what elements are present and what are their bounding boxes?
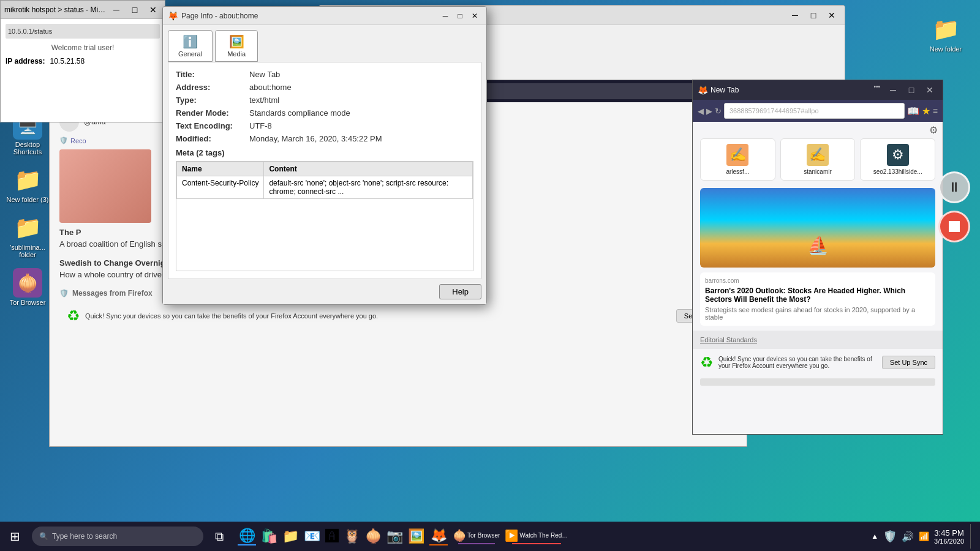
wordpad-window-controls: ─ □ ✕ [787, 9, 840, 22]
ff-shortcut-seo[interactable]: ⚙ seo2.133hillside... [860, 138, 935, 181]
tor-icon: 🧅 [365, 528, 382, 544]
system-clock[interactable]: 3:45 PM 3/16/2020 [934, 528, 964, 545]
ff-sync-bar: ♻ Quick! Sync your devices so you can ta… [59, 302, 737, 329]
shortcut-stanica-label: stanicamir [804, 168, 832, 175]
taskbar-camera[interactable]: 📷 [384, 522, 405, 551]
ff-inner-forward[interactable]: ▶ [706, 107, 712, 116]
wordpad-minimize-button[interactable]: ─ [787, 9, 803, 22]
meta-header: Meta (2 tags) [176, 148, 473, 157]
dialog-title: Page Info - about:home [181, 12, 439, 20]
stop-button[interactable] [938, 211, 970, 242]
ff-shortcut-stanicamir[interactable]: ✍ stanicamir [780, 138, 856, 181]
type-value: text/html [249, 96, 279, 105]
network-icon[interactable]: 📶 [919, 531, 929, 541]
ff-address-inner-text: 3688857969174446957#allpo [729, 107, 819, 114]
mikrotik-titlebar: mikrotik hotspot > status - Microsoft ..… [1, 1, 165, 19]
dialog-minimize[interactable]: ─ [439, 10, 452, 22]
taskview-icon: ⧉ [215, 530, 224, 544]
meta-table-container[interactable]: Name Content Content-Security-Policy def… [176, 161, 473, 271]
desktop-icon-new-folder-label: New folder (3) [6, 196, 48, 203]
photos-icon: 🖼️ [408, 528, 424, 544]
taskbar: ⊞ 🔍 Type here to search ⧉ 🌐 🛍️ [0, 522, 980, 551]
modified-label: Modified: [176, 134, 249, 143]
page-info-dialog: 🦊 Page Info - about:home ─ □ ✕ ℹ️ Genera… [162, 6, 487, 305]
chevron-up-icon[interactable]: ▲ [871, 532, 878, 541]
meta-csp-content: default-src 'none'; object-src 'none'; s… [264, 176, 473, 199]
shortcut-blogger-icon: ✍ [726, 144, 748, 166]
antivirus-icon: 🛡️ [883, 530, 897, 543]
mikrotik-address-bar[interactable]: 10.5.0.1/status [6, 24, 160, 39]
search-magnifier-icon: 🔍 [39, 532, 48, 541]
taskbar-watch-redpill[interactable]: ▶️ Watch The Red Pill 20... [502, 528, 571, 545]
mikrotik-title: mikrotik hotspot > status - Microsoft ..… [4, 6, 108, 14]
taskbar-photos[interactable]: 🖼️ [405, 522, 427, 551]
ff-newtab-maximize[interactable]: □ [903, 83, 919, 97]
taskbar-explorer[interactable]: 📁 [280, 522, 301, 551]
wordpad-close-button[interactable]: ✕ [824, 9, 840, 22]
desktop-icon-tor[interactable]: 🧅 Tor Browser [3, 266, 52, 309]
desktop-icon-new-folder-right[interactable]: 📁 New folder [921, 12, 970, 55]
taskbar-tor-labeled[interactable]: 🧅 Tor Browser [450, 528, 502, 545]
article-desc-main: Strategists see modest gains ahead for s… [705, 306, 930, 321]
mikrotik-ip-row: IP address: 10.5.21.58 [6, 57, 160, 66]
ff-address-bar-inner[interactable]: 3688857969174446957#allpo [724, 103, 905, 119]
setup-sync-button-2[interactable]: Set Up Sync [882, 356, 935, 369]
messages-label: Messages from Firefox [72, 289, 153, 298]
general-tab-label: General [178, 50, 202, 58]
dialog-close[interactable]: ✕ [468, 10, 481, 22]
gear-icon[interactable]: ⚙ [929, 124, 938, 136]
ff-bottom-bar: Editorial Standards [693, 331, 943, 349]
dialog-row-title: Title: New Tab [176, 70, 473, 79]
mikrotik-content: 10.5.0.1/status Welcome trial user! IP a… [1, 19, 165, 122]
mikrotik-close[interactable]: ✕ [145, 3, 161, 17]
pause-icon: ⏸ [948, 179, 961, 195]
pause-button[interactable]: ⏸ [938, 171, 970, 203]
taskbar-tripadvisor[interactable]: 🦉 [341, 522, 363, 551]
editorial-standards-link[interactable]: Editorial Standards [700, 336, 757, 343]
ff-bookmark-icon[interactable]: ★ [922, 105, 930, 117]
desktop-icon-new-folder[interactable]: 📁 New folder (3) [3, 163, 52, 206]
help-button[interactable]: Help [439, 284, 481, 299]
firefox-newtab-window: 🦊 New Tab ••• ─ □ ✕ ◀ ▶ ↻ 36888579691744… [692, 80, 943, 435]
desktop-icon-subliminal[interactable]: 📁 'sublimina... folder [3, 211, 52, 261]
stop-icon [949, 221, 960, 232]
address-label: Address: [176, 83, 249, 92]
address-value-field: about:home [249, 83, 292, 92]
ff-reader-icon[interactable]: 📖 [907, 105, 919, 117]
taskbar-store[interactable]: 🛍️ [258, 522, 280, 551]
taskbar-mail[interactable]: 📧 [301, 522, 323, 551]
dialog-content: Title: New Tab Address: about:home Type:… [168, 62, 481, 279]
render-value: Standards compliance mode [249, 108, 350, 118]
taskbar-tor[interactable]: 🧅 [363, 522, 384, 551]
taskview-button[interactable]: ⧉ [206, 523, 233, 550]
dialog-maximize[interactable]: □ [453, 10, 467, 22]
shortcut-stanica-icon: ✍ [807, 144, 829, 166]
ff-newtab-close[interactable]: ✕ [922, 83, 938, 97]
windows-icon: ⊞ [10, 529, 20, 544]
render-label: Render Mode: [176, 108, 249, 118]
ff-scrollable-content[interactable]: ⚙ ✍ arlessf... ✍ stanicamir [693, 122, 943, 434]
wordpad-maximize-button[interactable]: □ [805, 9, 821, 22]
ff-newtab-more[interactable]: ••• [873, 83, 880, 97]
taskbar-ie[interactable]: 🌐 [235, 522, 258, 551]
volume-icon[interactable]: 🔊 [902, 531, 914, 542]
ff-tools-icon[interactable]: ≡ [933, 106, 938, 116]
media-player-icon: ▶️ [505, 529, 518, 542]
mikrotik-minimize[interactable]: ─ [108, 3, 124, 17]
dialog-tab-general[interactable]: ℹ️ General [168, 30, 213, 62]
ff-inner-refresh[interactable]: ↻ [715, 107, 722, 116]
mikrotik-maximize[interactable]: □ [127, 3, 143, 17]
ff-shortcuts-grid: ✍ arlessf... ✍ stanicamir ⚙ [693, 138, 943, 181]
ff-inner-back[interactable]: ◀ [698, 107, 704, 116]
ff-shortcut-blogger[interactable]: ✍ arlessf... [700, 138, 775, 181]
show-desktop-button[interactable] [970, 524, 975, 549]
ff-newtab-minimize[interactable]: ─ [885, 83, 901, 97]
taskbar-firefox-running[interactable]: 🦊 [427, 522, 450, 551]
start-button[interactable]: ⊞ [0, 522, 29, 551]
taskbar-search[interactable]: 🔍 Type here to search [32, 527, 203, 546]
general-tab-icon: ℹ️ [183, 34, 198, 49]
dialog-tab-media[interactable]: 🖼️ Media [215, 30, 258, 62]
ff-article-card: barrons.com Barron's 2020 Outlook: Stock… [700, 272, 935, 326]
taskbar-amazon[interactable]: 🅰 [323, 522, 341, 551]
article-title-main: Barron's 2020 Outlook: Stocks Are Headed… [705, 287, 930, 304]
